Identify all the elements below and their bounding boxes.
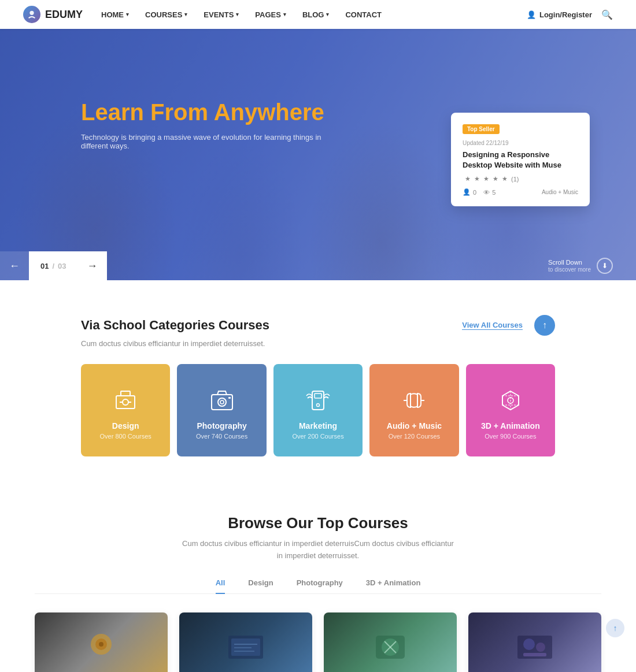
category-name-design: Design xyxy=(112,421,139,430)
audio-icon xyxy=(400,387,428,414)
slider-counter: 01 / 03 xyxy=(29,251,78,280)
section-header: Via School Categories Courses View All C… xyxy=(81,315,555,336)
card-category: Audio + Music xyxy=(542,189,578,195)
filter-tab-photography[interactable]: Photography xyxy=(297,578,343,594)
lesson-count: 👁 5 xyxy=(483,188,496,196)
section-title-area: Via School Categories Courses xyxy=(81,318,269,333)
top-courses-title: Browse Our Top Courses xyxy=(35,514,601,532)
slider-separator: / xyxy=(52,262,54,270)
float-scroll-up-button[interactable]: ↑ xyxy=(606,619,624,637)
nav-link-contact[interactable]: CONTACT xyxy=(345,10,382,19)
slider-next-button[interactable]: → xyxy=(78,251,107,280)
user-icon: 👤 xyxy=(463,188,471,196)
nav-link-events[interactable]: EVENTS ▾ xyxy=(204,10,239,19)
card-meta-left: 👤 0 👁 5 xyxy=(463,188,496,196)
chevron-down-icon: ▾ xyxy=(326,12,329,17)
course-thumbnail xyxy=(468,612,601,672)
svg-point-18 xyxy=(99,642,103,647)
slider-prev-button[interactable]: ← xyxy=(0,251,29,280)
review-count: (1) xyxy=(511,176,519,183)
star-icon: ★ xyxy=(502,175,508,183)
svg-point-30 xyxy=(536,643,545,652)
category-grid: Design Over 800 Courses Photography Over… xyxy=(81,364,555,456)
category-name-photography: Photography xyxy=(197,421,246,430)
scroll-down-indicator: Scroll Down to discover more ⬇ xyxy=(548,258,636,274)
nav-link-courses[interactable]: COURSES ▾ xyxy=(145,10,187,19)
logo[interactable]: EDUMY xyxy=(23,6,83,23)
photography-icon xyxy=(208,387,236,414)
svg-point-3 xyxy=(123,399,128,405)
category-name-3d: 3D + Animation xyxy=(481,421,540,430)
filter-tabs: All Design Photography 3D + Animation xyxy=(35,578,601,594)
course-thumbnail xyxy=(179,612,312,672)
svg-rect-1 xyxy=(116,396,135,409)
course-card[interactable]: Updated 21/12/19 Fashion Photography Fro… xyxy=(35,612,168,672)
course-thumbnail xyxy=(324,612,457,672)
category-card-photography[interactable]: Photography Over 740 Courses xyxy=(177,364,266,456)
nav-link-blog[interactable]: BLOG ▾ xyxy=(302,10,330,19)
category-card-3d[interactable]: 3D + Animation Over 900 Courses xyxy=(466,364,555,456)
top-courses-subtitle: Cum doctus civibus efficiantur in imperd… xyxy=(179,538,457,562)
login-button[interactable]: 👤 Login/Register xyxy=(527,10,592,19)
chevron-down-icon: ▾ xyxy=(184,12,187,17)
hero-subtitle: Technology is bringing a massive wave of… xyxy=(81,133,324,150)
design-icon xyxy=(112,387,139,414)
card-updated-date: Updated 22/12/19 xyxy=(463,140,578,146)
eye-icon: 👁 xyxy=(483,189,490,196)
header-actions: View All Courses ↑ xyxy=(462,315,555,336)
star-icon: ★ xyxy=(493,175,498,183)
course-image-graphic xyxy=(225,633,266,662)
scroll-down-text: Scroll Down to discover more xyxy=(548,259,591,273)
nav-link-pages[interactable]: PAGES ▾ xyxy=(255,10,286,19)
slider-current: 01 xyxy=(40,262,49,270)
nav-item-pages[interactable]: PAGES ▾ xyxy=(255,10,286,19)
course-card[interactable]: Updated 22/12/19 Introduction Web Design… xyxy=(468,612,601,672)
category-name-marketing: Marketing xyxy=(299,421,337,430)
svg-rect-2 xyxy=(121,391,130,396)
marketing-icon xyxy=(304,387,332,414)
scroll-arrow-icon: ⬇ xyxy=(602,262,608,270)
hero-content: Learn From Anywhere Technology is bringi… xyxy=(81,98,324,150)
category-count-photography: Over 740 Courses xyxy=(196,433,247,440)
nav-item-courses[interactable]: COURSES ▾ xyxy=(145,10,187,19)
course-card[interactable]: Updated 21/12/19 Sketch: Creating Respon… xyxy=(179,612,312,672)
user-icon: 👤 xyxy=(527,10,536,19)
category-card-audio[interactable]: Audio + Music Over 120 Courses xyxy=(369,364,458,456)
nav-item-home[interactable]: HOME ▾ xyxy=(101,10,129,19)
chevron-down-icon: ▾ xyxy=(236,12,239,17)
category-name-audio: Audio + Music xyxy=(387,421,442,430)
hero-featured-card[interactable]: Top Seller Updated 22/12/19 Designing a … xyxy=(451,113,590,206)
search-button[interactable]: 🔍 xyxy=(601,9,613,20)
filter-tab-design[interactable]: Design xyxy=(248,578,273,594)
student-count: 👤 0 xyxy=(463,188,476,196)
scroll-circle-icon: ⬇ xyxy=(597,258,613,274)
star-icon: ★ xyxy=(465,175,471,183)
logo-icon xyxy=(23,6,40,23)
nav-item-events[interactable]: EVENTS ▾ xyxy=(204,10,239,19)
slider-controls: ← 01 / 03 → xyxy=(0,251,107,280)
nav-item-contact[interactable]: CONTACT xyxy=(345,10,382,19)
svg-point-7 xyxy=(218,398,226,406)
card-title: Designing a Responsive Desktop Website w… xyxy=(463,150,578,170)
nav-link-home[interactable]: HOME ▾ xyxy=(101,10,129,19)
scroll-up-button[interactable]: ↑ xyxy=(534,315,555,336)
card-meta: 👤 0 👁 5 Audio + Music xyxy=(463,188,578,196)
hero-section: Learn From Anywhere Technology is bringi… xyxy=(0,29,636,280)
category-card-marketing[interactable]: Marketing Over 200 Courses xyxy=(273,364,363,456)
categories-section: Via School Categories Courses View All C… xyxy=(0,280,636,480)
course-image-graphic xyxy=(373,633,408,662)
category-card-design[interactable]: Design Over 800 Courses xyxy=(81,364,170,456)
svg-point-29 xyxy=(523,638,535,650)
courses-grid: Updated 21/12/19 Fashion Photography Fro… xyxy=(35,612,601,672)
filter-tab-all[interactable]: All xyxy=(216,578,225,594)
nav-item-blog[interactable]: BLOG ▾ xyxy=(302,10,330,19)
card-stars: ★ ★ ★ ★ ★ (1) xyxy=(463,175,578,183)
navbar: EDUMY HOME ▾ COURSES ▾ EVENTS ▾ xyxy=(0,0,636,29)
top-courses-section: Browse Our Top Courses Cum doctus civibu… xyxy=(0,480,636,672)
category-count-marketing: Over 200 Courses xyxy=(292,433,343,440)
filter-tab-3d[interactable]: 3D + Animation xyxy=(366,578,421,594)
view-all-courses-link[interactable]: View All Courses xyxy=(462,321,523,330)
course-card[interactable]: Updated 21/12/19 Designing a Responsive … xyxy=(324,612,457,672)
slider-total: 03 xyxy=(58,262,66,270)
top-seller-badge: Top Seller xyxy=(463,124,500,134)
